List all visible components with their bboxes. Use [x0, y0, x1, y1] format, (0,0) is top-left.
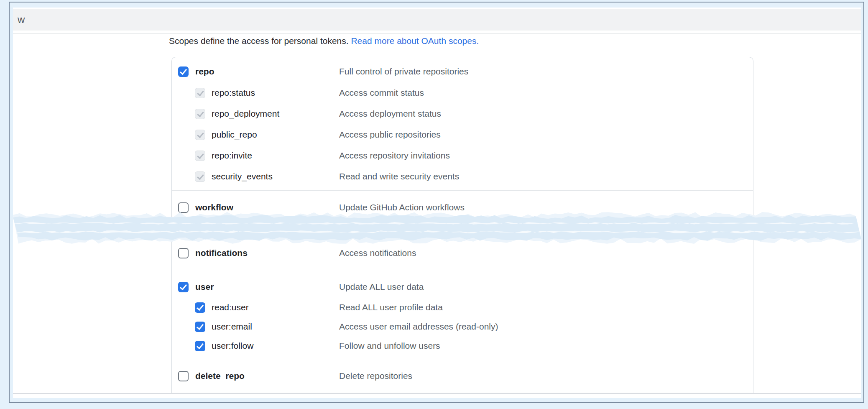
scope-description: Access notifications [339, 248, 416, 258]
scope-description: Follow and unfollow users [339, 341, 440, 351]
scopes-box: repoFull control of private repositories… [171, 57, 753, 393]
scope-name: repo_deployment [212, 109, 279, 119]
desktop-background: w Scopes define the access for personal … [0, 0, 868, 409]
scope-name: public_repo [212, 130, 257, 140]
scope-row-repo-deployment: repo_deploymentAccess deployment status [172, 103, 753, 124]
scope-description: Delete repositories [339, 371, 412, 381]
scope-row-user-email: user:emailAccess user email addresses (r… [172, 317, 753, 336]
scope-description: Read ALL user profile data [339, 302, 443, 312]
scope-description: Access commit status [339, 88, 424, 98]
scope-description: Access public repositories [339, 130, 441, 140]
scope-name: repo [195, 66, 214, 77]
scope-name: repo:invite [212, 151, 252, 161]
scope-description: Access deployment status [339, 109, 441, 119]
page-bottom-edge [13, 393, 861, 394]
scope-name: read:user [212, 302, 249, 312]
scope-description: Update ALL user data [339, 282, 424, 292]
scope-group-workflow: workflowUpdate GitHub Action workflows [172, 190, 753, 224]
scope-group-delete-repo: delete_repoDelete repositories [172, 359, 753, 393]
checkbox-user-email[interactable] [195, 322, 205, 332]
checkbox-repo-status [195, 88, 205, 98]
scope-name: workflow [195, 202, 233, 212]
checkbox-repo-deployment [195, 109, 205, 119]
checkbox-delete-repo[interactable] [178, 371, 189, 381]
scope-name: user:follow [212, 341, 253, 351]
topbar-divider [13, 33, 861, 34]
scope-row-notifications: notificationsAccess notifications [172, 242, 753, 264]
checkbox-read-user[interactable] [195, 302, 205, 313]
checkbox-notifications[interactable] [178, 248, 189, 258]
scope-name: user [195, 282, 214, 292]
checkbox-public-repo [195, 130, 205, 140]
scope-group-user: userUpdate ALL user dataread:userRead AL… [172, 270, 753, 359]
scope-description: Access user email addresses (read-only) [339, 322, 498, 332]
scope-description: Access repository invitations [339, 151, 450, 161]
scope-name: notifications [195, 248, 248, 258]
address-bar-text: w [18, 14, 25, 26]
scope-description: Full control of private repositories [339, 66, 468, 77]
scope-row-delete-repo: delete_repoDelete repositories [172, 365, 753, 387]
scope-row-repo-invite: repo:inviteAccess repository invitations [172, 145, 753, 166]
hidden-rows-gap [172, 224, 753, 236]
checkbox-workflow[interactable] [178, 202, 189, 213]
scope-name: security_events [212, 171, 273, 181]
checkbox-user-follow[interactable] [195, 341, 205, 351]
scope-description: Read and write security events [339, 171, 459, 181]
scope-name: repo:status [212, 88, 255, 98]
scope-name: user:email [212, 322, 252, 332]
scopes-intro: Scopes define the access for personal to… [169, 36, 479, 46]
address-bar[interactable]: w [13, 9, 861, 31]
checkbox-user[interactable] [178, 282, 189, 292]
scope-description: Update GitHub Action workflows [339, 202, 465, 212]
scope-group-repo: repoFull control of private repositories… [172, 57, 753, 190]
scope-row-read-user: read:userRead ALL user profile data [172, 298, 753, 317]
browser-window: w Scopes define the access for personal … [9, 2, 864, 403]
scope-row-user: userUpdate ALL user data [172, 276, 753, 298]
oauth-scopes-link[interactable]: Read more about OAuth scopes. [351, 36, 479, 46]
scopes-intro-text: Scopes define the access for personal to… [169, 36, 351, 46]
scope-row-repo: repoFull control of private repositories [172, 61, 753, 82]
scope-name: delete_repo [195, 371, 245, 381]
scope-row-security-events: security_eventsRead and write security e… [172, 166, 753, 187]
scope-row-workflow: workflowUpdate GitHub Action workflows [172, 197, 753, 218]
scope-row-public-repo: public_repoAccess public repositories [172, 124, 753, 145]
page-screenshot: w Scopes define the access for personal … [13, 8, 861, 398]
scope-group-notifications: notificationsAccess notifications [172, 236, 753, 270]
scope-row-repo-status: repo:statusAccess commit status [172, 82, 753, 103]
checkbox-security-events [195, 171, 205, 182]
scope-row-user-follow: user:followFollow and unfollow users [172, 336, 753, 355]
checkbox-repo[interactable] [178, 66, 189, 77]
checkbox-repo-invite [195, 151, 205, 161]
